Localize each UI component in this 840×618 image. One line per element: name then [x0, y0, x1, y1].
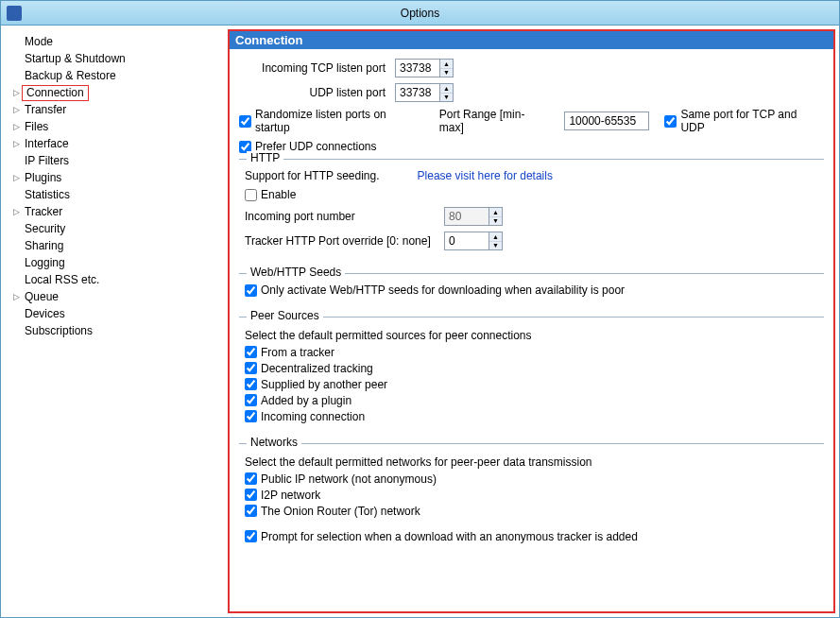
sidebar-item-label: IP Filters	[22, 152, 72, 169]
sidebar-item-tracker[interactable]: ▷Tracker	[10, 203, 224, 220]
sidebar-item-statistics[interactable]: Statistics	[10, 186, 224, 203]
sidebar-item-label: Queue	[22, 288, 61, 305]
expander-icon[interactable]: ▷	[10, 118, 22, 135]
http-enable-input[interactable]	[245, 189, 257, 201]
randomize-checkbox[interactable]: Randomize listen ports on startup	[239, 108, 424, 134]
sidebar-item-devices[interactable]: Devices	[10, 305, 224, 322]
http-enable-label: Enable	[261, 188, 296, 201]
http-incoming-label: Incoming port number	[245, 210, 438, 223]
sidebar-item-logging[interactable]: Logging	[10, 254, 224, 271]
same-port-label: Same port for TCP and UDP	[680, 108, 824, 134]
network-label: Public IP network (not anonymous)	[261, 472, 437, 486]
sidebar-item-ip-filters[interactable]: IP Filters	[10, 152, 224, 169]
legend-http: HTTP	[247, 151, 283, 164]
same-port-input[interactable]	[664, 115, 677, 128]
sidebar-item-queue[interactable]: ▷Queue	[10, 288, 224, 305]
sidebar-item-label: Plugins	[22, 169, 64, 186]
network-input[interactable]	[245, 489, 257, 501]
udp-port-spinner[interactable]: ▲ ▼	[395, 83, 454, 102]
row-http-incoming: Incoming port number ▲ ▼	[245, 207, 818, 226]
peer-source-input[interactable]	[245, 346, 257, 358]
peer-source-checkbox[interactable]: Incoming connection	[245, 410, 818, 423]
sidebar-item-label: Logging	[22, 254, 68, 271]
sidebar-item-label: Startup & Shutdown	[22, 50, 129, 67]
same-port-checkbox[interactable]: Same port for TCP and UDP	[664, 108, 824, 134]
networks-prompt-input[interactable]	[245, 530, 257, 542]
panel-title: Connection	[230, 31, 833, 49]
expander-icon[interactable]: ▷	[10, 135, 22, 152]
spin-up-icon[interactable]: ▲	[489, 232, 502, 242]
sidebar-item-plugins[interactable]: ▷Plugins	[10, 169, 224, 186]
sidebar-item-transfer[interactable]: ▷Transfer	[10, 101, 224, 118]
sidebar-item-interface[interactable]: ▷Interface	[10, 135, 224, 152]
sidebar-item-subscriptions[interactable]: Subscriptions	[10, 322, 224, 339]
port-range-input[interactable]	[564, 112, 649, 130]
titlebar: Options	[1, 1, 839, 26]
peer-source-checkbox[interactable]: Supplied by another peer	[245, 378, 818, 391]
networks-prompt-checkbox[interactable]: Prompt for selection when a download wit…	[245, 530, 638, 543]
network-label: I2P network	[261, 489, 320, 502]
expander-icon[interactable]: ▷	[10, 169, 22, 186]
tcp-port-input[interactable]	[396, 60, 439, 77]
peer-source-input[interactable]	[245, 410, 257, 422]
sidebar-item-label: Statistics	[22, 186, 73, 203]
group-peer-sources: Peer Sources Select the default permitte…	[239, 317, 824, 430]
window-title: Options	[401, 7, 439, 20]
webseeds-only-checkbox[interactable]: Only activate Web/HTTP seeds for downloa…	[245, 283, 625, 297]
spin-up-icon[interactable]: ▲	[440, 60, 453, 69]
networks-list: Public IP network (not anonymous)I2P net…	[245, 472, 818, 518]
expander-icon[interactable]: ▷	[10, 203, 22, 220]
network-checkbox[interactable]: Public IP network (not anonymous)	[245, 472, 818, 486]
spin-down-icon[interactable]: ▼	[489, 242, 502, 250]
expander-icon[interactable]: ▷	[10, 84, 22, 101]
legend-peer-sources: Peer Sources	[247, 309, 323, 322]
tcp-port-spinner[interactable]: ▲ ▼	[395, 59, 454, 77]
sidebar-item-mode[interactable]: Mode	[10, 33, 224, 50]
http-enable-checkbox[interactable]: Enable	[245, 188, 296, 201]
sidebar-item-label: Local RSS etc.	[22, 271, 102, 288]
peer-source-label: Incoming connection	[261, 410, 365, 423]
spin-down-icon[interactable]: ▼	[440, 69, 453, 77]
spin-up-icon[interactable]: ▲	[489, 208, 502, 217]
http-override-input[interactable]	[445, 232, 489, 249]
sidebar-item-files[interactable]: ▷Files	[10, 118, 224, 135]
peer-source-input[interactable]	[245, 394, 257, 406]
peer-source-input[interactable]	[245, 362, 257, 374]
sidebar-item-sharing[interactable]: Sharing	[10, 237, 224, 254]
label-tcp-port: Incoming TCP listen port	[239, 61, 386, 75]
network-checkbox[interactable]: I2P network	[245, 489, 818, 502]
spin-down-icon[interactable]: ▼	[489, 217, 502, 226]
expander-icon[interactable]: ▷	[10, 101, 22, 118]
peer-source-label: Added by a plugin	[261, 394, 351, 407]
expander-icon[interactable]: ▷	[10, 288, 22, 305]
spin-down-icon[interactable]: ▼	[440, 94, 453, 102]
http-override-spinner[interactable]: ▲ ▼	[444, 232, 503, 250]
sidebar-item-label: Files	[22, 118, 51, 135]
networks-desc: Select the default permitted networks fo…	[245, 455, 818, 469]
http-incoming-spinner[interactable]: ▲ ▼	[444, 207, 503, 226]
randomize-input[interactable]	[239, 115, 251, 128]
legend-networks: Networks	[247, 436, 301, 449]
app-icon	[7, 6, 22, 21]
http-details-link[interactable]: Please visit here for details	[418, 169, 553, 182]
network-input[interactable]	[245, 505, 257, 517]
network-label: The Onion Router (Tor) network	[261, 505, 420, 518]
network-checkbox[interactable]: The Onion Router (Tor) network	[245, 505, 818, 518]
sidebar-item-connection[interactable]: ▷Connection	[10, 84, 224, 101]
network-input[interactable]	[245, 472, 257, 485]
peer-source-label: Decentralized tracking	[261, 362, 373, 375]
sidebar-item-security[interactable]: Security	[10, 220, 224, 237]
udp-port-input[interactable]	[396, 84, 439, 101]
spin-up-icon[interactable]: ▲	[440, 84, 453, 94]
http-support-text: Support for HTTP seeding.	[245, 169, 380, 182]
peer-source-checkbox[interactable]: Decentralized tracking	[245, 362, 818, 375]
peer-source-input[interactable]	[245, 378, 257, 390]
row-prefer-udp: Prefer UDP connections	[239, 140, 824, 153]
sidebar-item-startup-shutdown[interactable]: Startup & Shutdown	[10, 50, 224, 67]
peer-source-checkbox[interactable]: From a tracker	[245, 346, 818, 359]
webseeds-only-input[interactable]	[245, 284, 257, 297]
sidebar-item-local-rss-etc-[interactable]: Local RSS etc.	[10, 271, 224, 288]
row-randomize: Randomize listen ports on startup Port R…	[239, 108, 824, 134]
peer-source-checkbox[interactable]: Added by a plugin	[245, 394, 818, 407]
sidebar-item-backup-restore[interactable]: Backup & Restore	[10, 67, 224, 84]
